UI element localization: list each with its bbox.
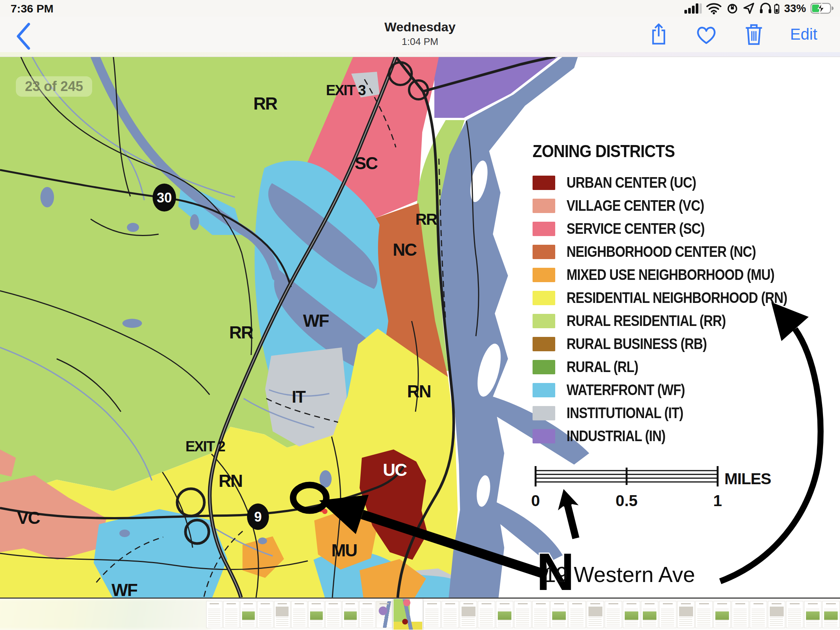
ipad-screen: 7:36 PM (0, 0, 840, 630)
edit-button[interactable]: Edit (790, 25, 817, 43)
filmstrip-thumbnail-text[interactable] (605, 601, 622, 628)
photo-time-subtitle: 1:04 PM (385, 36, 455, 47)
filmstrip-thumbnails (206, 598, 840, 630)
map-label-rr-coast: RR (415, 210, 437, 228)
filmstrip-thumbnail-text[interactable] (514, 601, 531, 628)
map-label-rr-west: RR (229, 322, 253, 342)
filmstrip-thumbnail-text[interactable] (423, 601, 441, 628)
photo-scrubber-filmstrip[interactable] (0, 598, 840, 630)
photo-day-title: Wednesday (385, 20, 455, 35)
filmstrip-thumbnail-image[interactable] (240, 601, 256, 628)
photo-view[interactable]: 30 9 RR EXIT 3 SC RR NC WF RR IT RN EXIT… (0, 57, 840, 598)
battery-percent: 33% (784, 2, 806, 15)
legend-label-sc: SERVICE CENTER (SC) (567, 220, 704, 237)
filmstrip-thumbnail-text[interactable] (223, 601, 240, 628)
legend-swatch-it (532, 406, 555, 420)
filmstrip-thumbnail-map[interactable] (376, 601, 392, 628)
scale-unit-label: MILES (725, 470, 771, 488)
map-label-uc: UC (383, 460, 407, 480)
map-label-exit2: EXIT 2 (185, 439, 225, 455)
legend-item-it: INSTITUTIONAL (IT) (532, 401, 789, 425)
filmstrip-thumbnail-text[interactable] (442, 601, 459, 628)
legend-swatch-sc (532, 222, 555, 236)
legend-title: ZONING DISTRICTS (532, 141, 758, 161)
legend-item-nc: NEIGHBORHOOD CENTER (NC) (532, 240, 789, 263)
share-icon[interactable] (649, 23, 668, 46)
route-9-shield: 9 (247, 504, 269, 530)
annotation-address-label: 19 Western Ave (544, 562, 695, 587)
filmstrip-thumbnail-text[interactable] (325, 601, 341, 628)
status-time: 7:36 PM (11, 2, 53, 15)
legend-swatch-uc (532, 175, 555, 190)
legend-item-wf: WATERFRONT (WF) (532, 379, 789, 401)
filmstrip-thumbnail-text[interactable] (291, 601, 308, 628)
legend-item-uc: URBAN CENTER (UC) (532, 171, 789, 194)
trash-icon[interactable] (744, 23, 764, 46)
filmstrip-thumbnail-table[interactable] (677, 601, 695, 628)
filmstrip-left-blur (0, 598, 210, 630)
battery-charging-icon (810, 2, 834, 14)
filmstrip-thumbnail-text[interactable] (568, 601, 586, 628)
filmstrip-thumbnail-text[interactable] (786, 601, 804, 628)
filmstrip-thumbnail-image[interactable] (623, 601, 640, 628)
status-icons: 33% (684, 2, 834, 15)
filmstrip-thumbnail-text[interactable] (478, 601, 495, 628)
filmstrip-thumbnail-image[interactable] (342, 601, 358, 628)
legend-label-rr: RURAL RESIDENTIAL (RR) (567, 313, 726, 329)
headphones-battery-icon (759, 2, 780, 14)
filmstrip-thumbnail-image[interactable] (308, 601, 324, 628)
filmstrip-thumbnail-text[interactable] (257, 601, 273, 628)
filmstrip-thumbnail-image[interactable] (550, 601, 568, 628)
filmstrip-thumbnail-image[interactable] (822, 601, 840, 628)
legend-label-it: INSTITUTIONAL (IT) (567, 404, 683, 422)
back-chevron-icon[interactable] (14, 22, 33, 51)
map-label-wf-south: WF (111, 580, 137, 597)
legend-label-uc: URBAN CENTER (UC) (567, 174, 696, 191)
legend-swatch-wf (532, 383, 555, 397)
filmstrip-thumbnail-image[interactable] (641, 601, 658, 628)
legend-label-rb: RURAL BUSINESS (RB) (567, 335, 707, 352)
filmstrip-thumbnail-text[interactable] (732, 601, 749, 628)
legend-item-sc: SERVICE CENTER (SC) (532, 217, 789, 240)
map-label-rn-southwest: RN (219, 471, 242, 491)
location-arrow-icon (743, 3, 755, 14)
filmstrip-thumbnail-image[interactable] (496, 601, 513, 628)
filmstrip-thumbnail-image[interactable] (714, 601, 731, 628)
photo-counter: 23 of 245 (16, 76, 92, 97)
heart-icon[interactable] (695, 24, 718, 45)
scale-label-start: 0 (531, 492, 540, 510)
nav-bar: Wednesday 1:04 PM Edit (0, 17, 840, 57)
map-label-nc: NC (393, 240, 417, 259)
cellular-signal-icon (684, 2, 702, 14)
legend-item-vc: VILLAGE CENTER (VC) (532, 194, 789, 217)
filmstrip-thumbnail-table[interactable] (768, 601, 785, 628)
legend-swatch-rl (532, 360, 555, 374)
filmstrip-thumbnail-text[interactable] (695, 601, 713, 628)
legend-item-in: INDUSTRIAL (IN) (532, 425, 789, 448)
filmstrip-thumbnail-text[interactable] (750, 601, 767, 628)
legend-item-rn: RESIDENTIAL NEIGHBORHOOD (RN) (532, 286, 789, 309)
map-label-exit3: EXIT 3 (326, 82, 366, 98)
filmstrip-thumbnail-table[interactable] (459, 601, 477, 628)
filmstrip-thumbnail-text[interactable] (359, 601, 376, 628)
legend-item-rb: RURAL BUSINESS (RB) (532, 332, 789, 355)
filmstrip-thumbnail-image[interactable] (804, 601, 821, 628)
legend-swatch-rr (532, 314, 555, 328)
filmstrip-thumbnail-table[interactable] (587, 601, 604, 628)
legend-label-wf: WATERFRONT (WF) (567, 382, 685, 398)
scale-label-end: 1 (713, 492, 722, 510)
legend-label-vc: VILLAGE CENTER (VC) (567, 197, 704, 214)
map-label-vc: VC (17, 508, 40, 527)
legend-label-rn: RESIDENTIAL NEIGHBORHOOD (RN) (567, 289, 787, 306)
map-label-sc: SC (355, 153, 378, 173)
filmstrip-current-thumbnail[interactable] (393, 598, 423, 630)
filmstrip-thumbnail-text[interactable] (659, 601, 676, 628)
filmstrip-thumbnail-table[interactable] (274, 601, 291, 628)
legend-rows: URBAN CENTER (UC)VILLAGE CENTER (VC)SERV… (532, 171, 789, 448)
zoning-legend: ZONING DISTRICTS URBAN CENTER (UC)VILLAG… (532, 141, 789, 448)
rotation-lock-icon (726, 2, 739, 14)
map-label-rr-north: RR (253, 94, 278, 113)
status-bar: 7:36 PM (0, 0, 840, 17)
filmstrip-thumbnail-text[interactable] (206, 601, 223, 628)
filmstrip-thumbnail-text[interactable] (532, 601, 549, 628)
